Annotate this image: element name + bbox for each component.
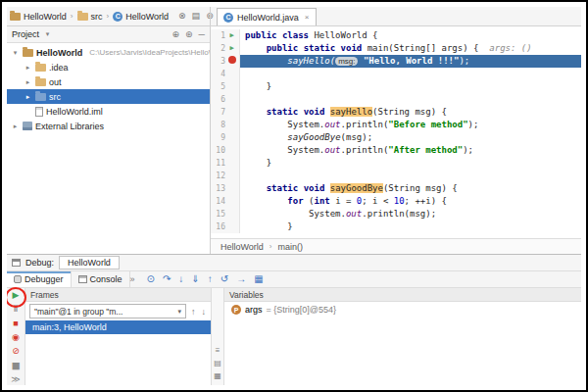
evaluate-expression-button[interactable]: ▦ (254, 274, 263, 284)
step-toolbar: ⊙↷↓⇓↑↺→▦ (147, 274, 264, 284)
tree-item[interactable]: ▾HelloWorldC:\Users\Jarvis\IdeaProjects\… (7, 45, 210, 60)
editor-gutter[interactable]: 4 (211, 68, 240, 80)
debug-session-tab[interactable]: HelloWorld (59, 256, 120, 270)
code-line: 6 (211, 93, 581, 106)
token-str: "Hello, World !!!" (364, 56, 460, 66)
stop-button[interactable]: ■ (10, 318, 23, 329)
editor-gutter[interactable]: 13 (211, 182, 240, 195)
tab-console[interactable]: Console (72, 271, 130, 287)
editor-gutter[interactable]: 9 (211, 131, 240, 144)
close-circle-icon[interactable]: ⊗ (178, 12, 186, 21)
editor-gutter[interactable]: 3 (211, 55, 240, 68)
editor-breadcrumb-item[interactable]: HelloWorld (220, 242, 264, 252)
tree-collapsed-arrow-icon[interactable]: ▸ (24, 78, 32, 86)
editor-tab[interactable]: C HelloWorld.java × (217, 8, 317, 25)
code-text: public class HelloWorld { (240, 29, 581, 42)
token-t: ); (468, 120, 479, 129)
variable-row[interactable]: Pargs= {String[0]@554} (224, 302, 581, 318)
step-into-button[interactable]: ↓ (178, 274, 183, 284)
tree-item[interactable]: ▸src (7, 89, 210, 104)
thread-dropdown[interactable]: "main"@1 in group "m... ▾ (29, 304, 186, 318)
tree-collapsed-arrow-icon[interactable]: ▸ (24, 64, 32, 72)
editor-gutter[interactable]: 6 (211, 93, 240, 106)
view-breakpoints-button[interactable]: ◉ (10, 332, 23, 343)
editor-gutter[interactable]: 2▶ (211, 42, 240, 55)
tree-expanded-arrow-icon[interactable]: ▾ (11, 49, 20, 57)
debug-header: Debug: HelloWorld (7, 255, 581, 271)
token-kw: void (304, 107, 325, 117)
editor-gutter[interactable]: 16 (211, 220, 240, 233)
line-number: 6 (211, 93, 225, 106)
tree-item[interactable]: ▸.idea (7, 60, 210, 74)
tree-collapsed-arrow-icon[interactable]: ▸ (24, 93, 32, 101)
editor-gutter[interactable]: 10 (211, 144, 240, 157)
token-t: System. (245, 120, 324, 129)
editor-gutter[interactable]: 1▶ (211, 29, 240, 42)
editor-breadcrumb-item[interactable]: main() (278, 242, 304, 252)
token-t: } (245, 221, 293, 231)
token-hint: args: () (478, 43, 531, 53)
code-area[interactable]: 1▶public class HelloWorld {2▶ public sta… (211, 26, 581, 238)
debug-body: ▶‖■◉⊘▦≫ Frames "main"@1 in group "m... ▾… (7, 288, 581, 385)
token-bubble: msg: (335, 57, 358, 66)
breakpoint-icon[interactable] (225, 55, 238, 68)
drop-frame-button[interactable]: ↺ (220, 274, 228, 284)
token-t: System. (245, 145, 324, 155)
project-tree: ▾HelloWorldC:\Users\Jarvis\IdeaProjects\… (7, 43, 210, 133)
tree-collapsed-arrow-icon[interactable]: ▸ (11, 122, 20, 130)
token-t: (msg); (341, 132, 373, 142)
show-execution-point-button[interactable]: ⊙ (147, 274, 155, 284)
hide-icon[interactable]: ─ (199, 30, 205, 39)
structure-icon[interactable]: ▤ (192, 12, 201, 21)
more-toolwindows-chevron[interactable]: ≫ (11, 374, 20, 384)
folder-icon (77, 13, 88, 21)
chevron-down-icon[interactable]: ▾ (43, 30, 52, 38)
token-t: .println(msg); (362, 209, 436, 219)
breadcrumb-item[interactable]: CHelloWorld (113, 12, 169, 22)
editor-panel: 1▶public class HelloWorld {2▶ public sta… (210, 26, 581, 254)
editor-gutter[interactable]: 7 (211, 106, 240, 119)
force-step-into-button[interactable]: ⇓ (191, 274, 199, 284)
frames-settings-icon[interactable]: ▦ (214, 372, 221, 380)
variable-name: args (245, 305, 263, 315)
gear-icon[interactable]: ⊛ (185, 30, 193, 39)
tree-item[interactable]: ▸External Libraries (7, 119, 210, 133)
token-kw: int (314, 196, 329, 206)
mute-breakpoints-button[interactable]: ⊘ (10, 346, 23, 357)
threads-view-icon[interactable]: ≡ (216, 347, 220, 355)
token-t (245, 56, 287, 66)
locate-icon[interactable]: ⊕ (172, 30, 180, 39)
token-kw: void (341, 43, 363, 53)
tab-close-icon[interactable]: × (303, 13, 310, 22)
breadcrumb-item[interactable]: HelloWorld (10, 12, 67, 22)
resume-button[interactable]: ▶ (10, 290, 23, 301)
editor-gutter[interactable]: 14 (211, 195, 240, 208)
tabs-more-icon[interactable]: » (130, 275, 135, 284)
editor-gutter[interactable]: 12 (211, 170, 240, 182)
editor-gutter[interactable]: 15 (211, 208, 240, 220)
frame-down-button[interactable]: ↓ (201, 307, 208, 317)
editor-gutter[interactable]: 5 (211, 80, 240, 93)
project-panel-title: Project (12, 29, 39, 39)
editor-tab-bar: C HelloWorld.java × (210, 7, 581, 25)
tab-debugger[interactable]: Debugger (7, 271, 72, 287)
line-number: 4 (211, 68, 225, 80)
pause-button[interactable]: ‖ (10, 304, 23, 315)
tree-item[interactable]: ▸out (7, 74, 210, 89)
breadcrumb-item[interactable]: src (77, 12, 103, 22)
run-gutter-icon[interactable]: ▶ (225, 29, 238, 42)
step-out-button[interactable]: ↑ (208, 274, 213, 284)
frame-up-button[interactable]: ↑ (190, 307, 197, 317)
line-number: 10 (211, 144, 225, 157)
editor-gutter[interactable]: 11 (211, 157, 240, 170)
tab-label: Console (90, 274, 122, 284)
frame-row[interactable]: main:3, HelloWorld (25, 320, 211, 334)
tree-item[interactable]: HelloWorld.iml (7, 104, 210, 119)
editor-gutter[interactable]: 8 (211, 119, 240, 131)
run-to-cursor-button[interactable]: → (236, 274, 246, 284)
step-over-button[interactable]: ↷ (163, 274, 171, 284)
debug-settings-button[interactable]: ▦ (10, 361, 23, 371)
frames-filter-icon[interactable]: ▤ (214, 360, 221, 368)
tab-label: Debugger (24, 274, 64, 284)
run-gutter-icon[interactable]: ▶ (225, 42, 238, 55)
